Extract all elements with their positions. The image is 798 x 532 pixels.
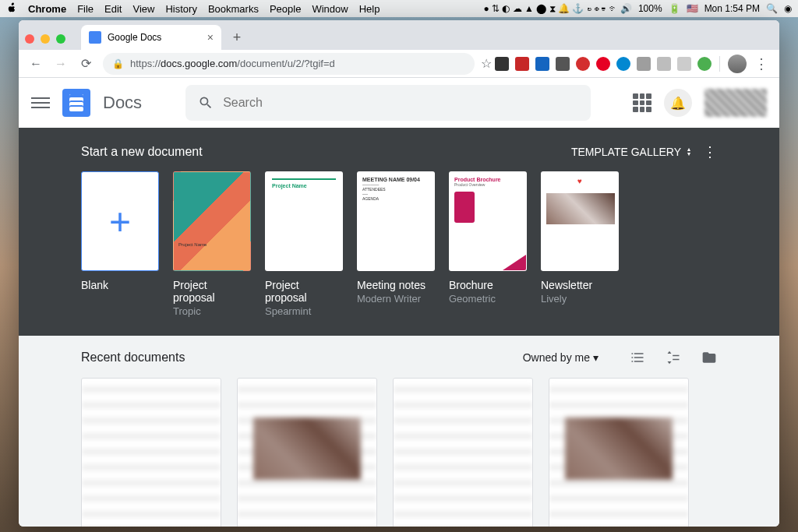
window-controls <box>25 34 65 44</box>
chrome-window: Google Docs × + ← → ⟳ 🔒 https://docs.goo… <box>19 20 779 527</box>
search-box[interactable] <box>185 85 591 121</box>
star-icon[interactable]: ☆ <box>481 56 492 71</box>
menubar-file[interactable]: File <box>77 3 94 15</box>
dropdown-icon: ▾ <box>593 351 598 364</box>
ext-icon[interactable] <box>657 57 671 71</box>
forward-button[interactable]: → <box>50 53 72 75</box>
recent-document[interactable] <box>393 378 533 527</box>
ext-icon[interactable] <box>515 57 529 71</box>
menubar-history[interactable]: History <box>165 3 196 15</box>
ownership-filter[interactable]: Owned by me ▾ <box>523 351 598 364</box>
extension-icons <box>495 57 711 71</box>
menubar-people[interactable]: People <box>270 3 301 15</box>
notifications-icon[interactable]: 🔔 <box>664 89 692 117</box>
ext-icon[interactable] <box>637 57 651 71</box>
template-gallery-section: Start a new document TEMPLATE GALLERY ▴▾… <box>19 128 779 336</box>
template-brochure[interactable]: Product BrochureProduct Overview Brochur… <box>449 171 527 317</box>
template-newsletter[interactable]: ♥We have a surprise! Newsletter Lively <box>541 171 619 317</box>
tab-favicon <box>89 31 101 44</box>
expand-icon: ▴▾ <box>687 147 690 157</box>
main-menu-icon[interactable] <box>31 93 50 112</box>
menubar-edit[interactable]: Edit <box>104 3 122 15</box>
recent-heading: Recent documents <box>81 351 185 365</box>
list-view-icon[interactable] <box>630 350 645 365</box>
recent-document[interactable] <box>81 378 221 527</box>
docs-header: Docs 🔔 <box>19 78 779 128</box>
ext-icon[interactable] <box>535 57 549 71</box>
minimize-window-button[interactable] <box>41 34 50 44</box>
cast-icon[interactable] <box>556 57 570 71</box>
template-gallery-button[interactable]: TEMPLATE GALLERY ▴▾ <box>571 146 690 158</box>
menubar-clock[interactable]: Mon 1:54 PM <box>704 3 760 14</box>
recent-document[interactable] <box>549 378 689 527</box>
mac-menubar: Chrome File Edit View History Bookmarks … <box>0 0 798 17</box>
search-icon <box>198 95 214 111</box>
tab-title: Google Docs <box>108 32 161 43</box>
menubar-window[interactable]: Window <box>312 3 348 15</box>
template-heading: Start a new document <box>81 145 203 159</box>
account-avatar[interactable] <box>704 89 767 117</box>
folder-icon[interactable] <box>701 350 717 365</box>
app-title: Docs <box>103 93 142 113</box>
menubar-view[interactable]: View <box>132 3 154 15</box>
template-meeting[interactable]: MEETING NAME 09/04──────ATTENDEES──AGEND… <box>357 171 435 317</box>
recent-documents-section: Recent documents Owned by me ▾ <box>19 336 779 527</box>
spotlight-icon[interactable]: 🔍 <box>766 3 778 14</box>
menubar-app[interactable]: Chrome <box>28 3 66 15</box>
chrome-menu-icon[interactable]: ⋮ <box>750 55 773 72</box>
back-button[interactable]: ← <box>25 53 47 75</box>
tab-close-icon[interactable]: × <box>207 31 214 44</box>
menubar-status-icons[interactable]: ● ⇅ ◐ ☁ ▲ ⬤ ⧗ 🔔 ⚓ ↻ ⊕ ⌨ ᯤ 🔊 <box>483 3 631 14</box>
docs-logo-icon[interactable] <box>62 89 90 117</box>
lock-icon: 🔒 <box>112 58 124 69</box>
profile-avatar[interactable] <box>728 55 747 73</box>
url-text: https://docs.google.com/document/u/2/?tg… <box>130 58 335 69</box>
close-window-button[interactable] <box>25 34 34 44</box>
sort-icon[interactable] <box>666 350 681 365</box>
template-tropic[interactable]: Project proposal Tropic <box>173 171 251 317</box>
ext-icon[interactable] <box>697 57 711 71</box>
menubar-help[interactable]: Help <box>359 3 380 15</box>
template-spearmint[interactable]: Project proposal Spearmint <box>265 171 343 317</box>
pocket-icon[interactable] <box>495 57 509 71</box>
pinterest-icon[interactable] <box>596 57 610 71</box>
ext-icon[interactable] <box>677 57 691 71</box>
ext-icon[interactable] <box>616 57 630 71</box>
menubar-bookmarks[interactable]: Bookmarks <box>208 3 259 15</box>
address-bar: ← → ⟳ 🔒 https://docs.google.com/document… <box>19 50 779 78</box>
apps-grid-icon[interactable] <box>633 93 651 112</box>
divider <box>719 56 720 72</box>
url-field[interactable]: 🔒 https://docs.google.com/document/u/2/?… <box>103 53 475 75</box>
flag-icon[interactable]: 🇺🇸 <box>687 3 698 14</box>
new-tab-button[interactable]: + <box>226 26 248 48</box>
menubar-icon[interactable]: ◉ <box>784 3 792 14</box>
apple-icon[interactable] <box>6 2 17 16</box>
template-more-icon[interactable]: ⋮ <box>703 143 717 160</box>
menubar-battery[interactable]: 100% <box>638 3 662 14</box>
browser-tab[interactable]: Google Docs × <box>81 25 221 50</box>
maximize-window-button[interactable] <box>56 34 65 44</box>
template-blank[interactable]: + Blank <box>81 171 159 317</box>
recent-document[interactable] <box>237 378 377 527</box>
tab-bar: Google Docs × + <box>19 20 779 50</box>
battery-icon: 🔋 <box>669 3 680 14</box>
plus-icon: + <box>109 200 131 243</box>
search-input[interactable] <box>223 96 578 110</box>
ext-icon[interactable] <box>576 57 590 71</box>
reload-button[interactable]: ⟳ <box>75 53 97 75</box>
